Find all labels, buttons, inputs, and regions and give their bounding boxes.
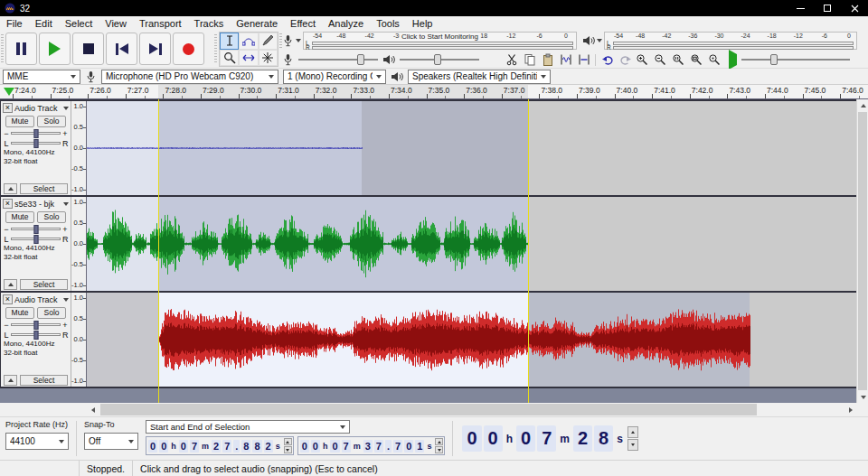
maximize-button[interactable] [814,0,841,16]
spin-up-icon[interactable] [435,438,443,445]
scroll-up-arrow[interactable] [857,99,868,111]
copy-button[interactable] [521,51,538,68]
zoom-in-button[interactable] [633,51,650,68]
track-close-button[interactable]: × [3,103,13,113]
waveform-area[interactable] [86,197,868,291]
zoom-tool-button[interactable] [220,50,239,67]
time-digit[interactable]: 0 [404,440,413,453]
scroll-right-arrow[interactable] [844,403,856,416]
vertical-scroll-thumb[interactable] [858,112,867,390]
collapse-button[interactable] [4,183,17,194]
menu-edit[interactable]: Edit [29,16,59,30]
snap-to-select[interactable]: Off [84,433,138,450]
timeshift-tool-button[interactable] [239,50,258,67]
pinned-play-head-icon[interactable] [4,88,14,96]
selection-range-mode-select[interactable]: Start and End of Selection [146,420,350,434]
time-spinner[interactable] [435,438,443,453]
track-menu-caret-icon[interactable] [63,298,69,302]
mute-button[interactable]: Mute [5,307,34,319]
vertical-scrollbar[interactable] [856,99,868,403]
zoom-out-button[interactable] [651,51,668,68]
menu-help[interactable]: Help [406,16,439,30]
menu-transport[interactable]: Transport [133,16,188,30]
toolbar-grip[interactable] [1,34,4,63]
trim-audio-button[interactable] [557,51,574,68]
time-digit[interactable]: 8 [252,440,261,453]
zoom-selection-button[interactable] [669,51,686,68]
time-digit[interactable]: 0 [179,440,188,453]
time-digit[interactable]: 8 [241,440,250,453]
play-button[interactable] [39,33,71,65]
gain-slider[interactable]: −+ [1,224,71,234]
horizontal-scroll-thumb[interactable] [100,404,757,415]
silence-audio-button[interactable] [575,51,592,68]
playback-meter-body[interactable]: -54-48-42-36-30-24-18-12-60 L R [604,32,857,50]
menu-tools[interactable]: Tools [370,16,406,30]
time-digit[interactable]: 0 [484,425,503,452]
vertical-scale-ruler[interactable]: 1.00.50.0-0.5-1.0 [71,101,86,195]
time-digit[interactable]: 7 [393,440,402,453]
undo-button[interactable] [599,51,616,68]
track-title[interactable]: Audio Track [14,295,61,304]
mute-button[interactable]: Mute [5,116,34,127]
envelope-tool-button[interactable] [239,33,258,50]
waveform-area[interactable] [86,101,868,195]
audio-position-display[interactable]: 00h07m28s [460,424,638,454]
time-digit[interactable]: 2 [573,425,592,452]
time-digit[interactable]: 8 [594,425,613,452]
close-button[interactable] [841,0,868,16]
menu-generate[interactable]: Generate [230,16,284,30]
time-digit[interactable]: 0 [311,440,320,453]
pan-slider[interactable]: LR [1,234,71,244]
horizontal-scrollbar[interactable] [99,403,844,416]
pan-slider[interactable]: LR [1,330,71,340]
recording-meter-body[interactable]: -54-48-42-36-30-24-18-12-60 L R Click to… [303,32,577,50]
time-digit[interactable]: 0 [516,425,535,452]
playback-volume-slider[interactable] [400,53,479,66]
minimize-button[interactable] [787,0,814,16]
paste-button[interactable] [539,51,556,68]
select-button[interactable]: Select [20,183,68,194]
track-menu-caret-icon[interactable] [63,107,69,110]
menu-select[interactable]: Select [59,16,99,30]
spin-down-icon[interactable] [627,439,638,451]
time-digit[interactable]: 0 [159,440,168,453]
select-button[interactable]: Select [20,279,68,290]
pan-slider[interactable]: LR [1,138,71,148]
track-close-button[interactable]: × [3,199,13,209]
monitoring-hint[interactable]: Click to Start Monitoring [399,33,481,41]
waveform-canvas[interactable] [87,101,856,195]
menu-tracks[interactable]: Tracks [188,16,231,30]
collapse-button[interactable] [4,375,17,386]
cut-button[interactable] [503,51,520,68]
recording-device-select[interactable]: Microphone (HD Pro Webcam C920) [101,70,278,84]
select-button[interactable]: Select [20,375,68,386]
record-button[interactable] [173,33,204,65]
time-digit[interactable]: 1 [415,440,424,453]
selection-start-field[interactable]: 00h07m27.882s [146,436,294,455]
time-digit[interactable]: 7 [222,440,231,453]
scroll-down-arrow[interactable] [857,391,868,403]
time-digit[interactable]: 7 [374,440,383,453]
vertical-scale-ruler[interactable]: 1.00.50.0-0.5-1.0 [71,293,86,387]
zoom-fit-button[interactable] [687,51,704,68]
time-spinner[interactable] [627,426,638,451]
pause-button[interactable] [5,33,37,65]
playback-device-select[interactable]: Speakers (Realtek High Definiti [408,70,551,84]
menu-effect[interactable]: Effect [284,16,322,30]
menu-view[interactable]: View [99,16,133,30]
playback-meter[interactable]: -54-48-42-36-30-24-18-12-60 L R [582,32,857,50]
recording-volume-slider[interactable] [298,53,378,66]
playback-speed-slider[interactable] [741,53,850,66]
solo-button[interactable]: Solo [37,307,66,319]
play-at-speed-button[interactable] [729,54,737,65]
scroll-left-arrow[interactable] [87,403,99,416]
zoom-toggle-button[interactable] [705,51,722,68]
spin-up-icon[interactable] [284,438,292,445]
spin-up-icon[interactable] [627,426,638,438]
time-digit[interactable]: 7 [342,440,351,453]
time-digit[interactable]: 2 [212,440,221,453]
solo-button[interactable]: Solo [37,211,66,223]
recording-meter[interactable]: -54-48-42-36-30-24-18-12-60 L R Click to… [282,32,577,50]
time-spinner[interactable] [284,438,292,453]
